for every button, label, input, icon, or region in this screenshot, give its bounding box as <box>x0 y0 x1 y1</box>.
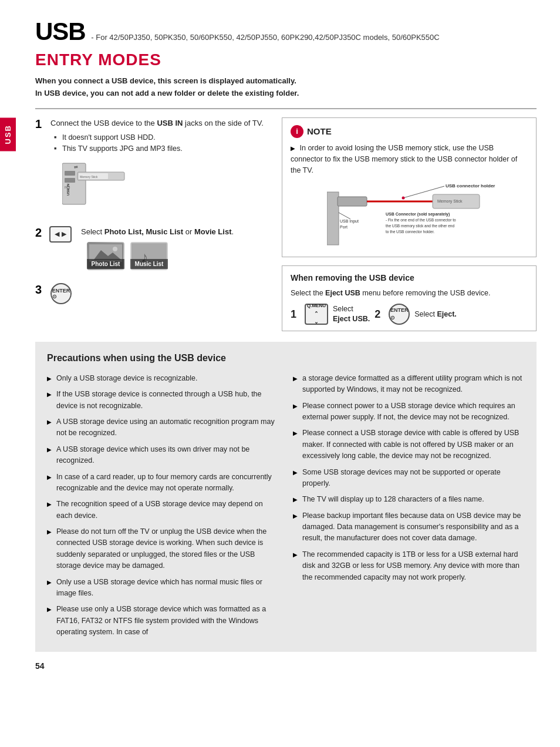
eject-step2-num: 2 <box>375 307 384 322</box>
precaution-text: The recommended capacity is 1TB or less … <box>302 549 525 583</box>
precaution-item: ▶The recognition speed of a USB storage … <box>47 499 279 521</box>
precaution-text: Only a USB storage device is recognizabl… <box>56 373 197 384</box>
left-column: 1 Connect the USB device to the USB IN j… <box>35 117 270 332</box>
svg-text:Memory Stick: Memory Stick <box>437 199 463 204</box>
tri-bullet: ▶ <box>293 468 299 477</box>
precaution-text: Some USB storage devices may not be supp… <box>302 467 525 490</box>
precautions-section: Precautions when using the USB device ▶O… <box>35 342 537 652</box>
step2-text: Select Photo List, Music List or Movie L… <box>81 227 234 236</box>
removing-box: When removing the USB device Select the … <box>282 265 537 331</box>
tri-bullet: ▶ <box>47 527 53 537</box>
precaution-item: ▶ Only use a USB storage device which ha… <box>47 577 279 600</box>
music-list-icon: ♪ Music List <box>130 242 168 270</box>
eject-enter-button: ENTER⊙ <box>389 304 410 325</box>
svg-line-24 <box>339 213 350 219</box>
step1-usbin: USB IN <box>157 119 183 127</box>
tri-bullet: ▶ <box>47 500 53 509</box>
page-header: USB - For 42/50PJ350, 50PK350, 50/60PK55… <box>35 18 537 46</box>
step-2-content: Select Photo List, Music List or Movie L… <box>81 226 234 275</box>
usb-subtitle: - For 42/50PJ350, 50PK350, 50/60PK550, 4… <box>91 33 439 42</box>
svg-text:USB Connector (sold separately: USB Connector (sold separately) <box>386 212 450 217</box>
precaution-text: Please connect power to a USB storage de… <box>302 401 525 423</box>
svg-text:USB connector holder: USB connector holder <box>446 183 495 189</box>
eject-select-text: SelectEject USB. <box>333 304 370 325</box>
qmenu-label: Q.MENU <box>307 302 326 309</box>
tri-bullet: ▶ <box>47 418 53 427</box>
step1-bullet-1: It doesn't support USB HDD. <box>54 132 264 143</box>
tri-bullet: ▶ <box>47 578 53 587</box>
precaution-item: ▶A USB storage device using an automatic… <box>47 416 279 439</box>
entry-modes-title: ENTRY MODES <box>35 51 537 69</box>
photo-list-icon: Photo List <box>87 242 124 270</box>
precaution-item: ▶a storage device formatted as a differe… <box>293 373 525 396</box>
svg-text:Memory Stick: Memory Stick <box>80 175 98 179</box>
precaution-text: Please connect a USB storage device with… <box>302 428 525 462</box>
step-3: 3 ENTER⊙ <box>35 283 270 304</box>
eject-step1-num: 1 <box>291 307 300 322</box>
precaution-item: ▶Please connect power to a USB storage d… <box>293 401 525 423</box>
precaution-text: A USB storage device using an automatic … <box>56 416 279 439</box>
tri-bullet: ▶ <box>47 473 53 482</box>
precaution-item: ▶Please backup important files because d… <box>293 510 525 544</box>
qmenu-button: Q.MENU ⌃⌄ <box>305 304 328 325</box>
precaution-text: Only use a USB storage device which has … <box>56 577 279 600</box>
step1-bullets: It doesn't support USB HDD. This TV supp… <box>54 132 264 154</box>
tri-bullet: ▶ <box>293 550 299 560</box>
eject-select-eject: Select Eject. <box>414 309 457 320</box>
precaution-item: ▶In case of a card reader, up to four me… <box>47 472 279 494</box>
usb-side-tab: USB <box>0 117 16 151</box>
precaution-text: In case of a card reader, up to four mem… <box>56 472 279 494</box>
page-number: 54 <box>35 661 537 671</box>
tri-bullet: ▶ <box>293 495 299 504</box>
step-2-num: 2 <box>35 226 46 240</box>
tri-bullet: ▶ <box>293 429 299 438</box>
precaution-item: ▶If the USB storage device is connected … <box>47 389 279 412</box>
note-box: i NOTE In order to avoid losing the USB … <box>282 117 537 258</box>
svg-point-12 <box>113 247 117 251</box>
music-list-label: Music List <box>130 259 168 269</box>
precaution-item: ▶The TV will display up to 128 character… <box>293 494 525 505</box>
note-tri <box>291 144 298 152</box>
precaution-item: ▶Please use only a USB storage device wh… <box>47 604 279 638</box>
svg-rect-3 <box>65 178 75 183</box>
precaution-text: The recognition speed of a USB storage d… <box>56 499 279 521</box>
removing-title: When removing the USB device <box>291 272 528 284</box>
step1-text-after: jacks on the side of TV. <box>183 119 263 127</box>
precautions-right: ▶a storage device formatted as a differe… <box>293 373 525 643</box>
step1-text-before: Connect the USB device to the <box>50 119 157 127</box>
step-2: 2 ◀ ▶ Select Photo List, Music List or M… <box>35 226 270 275</box>
music-list-icon-box: ♪ Music List <box>130 242 168 270</box>
usb-device-illustration: USB IN IN 3 Memory Stick ⇄ <box>62 160 156 213</box>
precautions-left: ▶Only a USB storage device is recognizab… <box>47 373 279 643</box>
svg-text:- Fix the one end of the USB c: - Fix the one end of the USB connector t… <box>386 218 456 222</box>
step-1-content: Connect the USB device to the USB IN jac… <box>50 117 264 218</box>
precaution-item: ▶The recommended capacity is 1TB or less… <box>293 549 525 583</box>
tri-bullet: ▶ <box>293 512 299 521</box>
usb-connector-diagram: USB connector holder Memory Stick USB In… <box>327 180 491 245</box>
svg-rect-2 <box>65 171 75 176</box>
tri-bullet: ▶ <box>293 374 299 383</box>
qmenu-outer: Q.MENU ⌃⌄ <box>305 304 328 325</box>
step-3-num: 3 <box>35 283 46 297</box>
step-1-num: 1 <box>35 117 46 131</box>
tri-bullet: ▶ <box>47 445 53 455</box>
tri-bullet: ▶ <box>293 402 299 411</box>
usb-title: USB <box>35 18 86 45</box>
svg-point-25 <box>402 197 405 200</box>
enter-button: ENTER⊙ <box>50 283 72 304</box>
precaution-item: ▶Some USB storage devices may not be sup… <box>293 467 525 490</box>
precautions-cols: ▶Only a USB storage device is recognizab… <box>47 373 525 643</box>
note-body: In order to avoid losing the USB memory … <box>291 143 528 176</box>
step-1: 1 Connect the USB device to the USB IN j… <box>35 117 270 218</box>
precaution-item: ▶Please connect a USB storage device wit… <box>293 428 525 462</box>
svg-text:to the USB connector holder.: to the USB connector holder. <box>386 230 434 234</box>
svg-text:Port: Port <box>340 225 348 229</box>
svg-text:USB Input: USB Input <box>340 219 359 224</box>
removing-desc: Select the Eject USB menu before removin… <box>291 288 528 299</box>
precautions-title: Precautions when using the USB device <box>47 351 525 366</box>
note-header: i NOTE <box>291 125 528 139</box>
note-text: In order to avoid losing the USB memory … <box>291 144 517 174</box>
precaution-text: Please backup important files because da… <box>302 510 525 544</box>
precaution-item: ▶Please do not turn off the TV or unplug… <box>47 526 279 572</box>
precaution-text: a storage device formatted as a differen… <box>302 373 525 396</box>
